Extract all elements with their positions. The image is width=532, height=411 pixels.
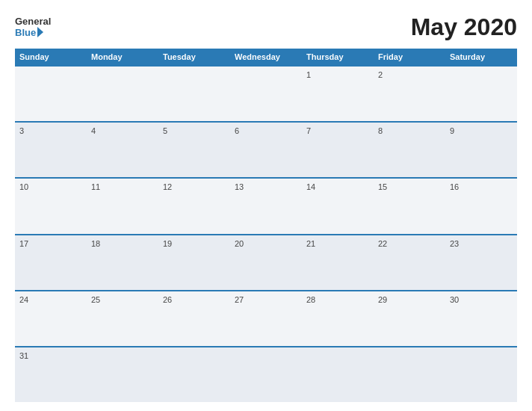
day-number: 14 (306, 182, 315, 191)
day-headers-row: SundayMondayTuesdayWednesdayThursdayFrid… (15, 49, 517, 65)
day-cell: 26 (158, 291, 230, 346)
day-number: 19 (163, 239, 172, 248)
day-cell: 23 (445, 235, 517, 290)
day-cell: 11 (87, 179, 158, 233)
day-number: 15 (378, 182, 387, 191)
day-cell: 25 (87, 291, 158, 346)
calendar-page: General Blue May 2020 SundayMondayTuesda… (0, 0, 532, 411)
day-cell: 22 (374, 235, 445, 290)
day-header-sunday: Sunday (15, 49, 87, 65)
day-number: 25 (91, 295, 100, 304)
logo-triangle-icon (37, 27, 43, 37)
day-cell: 31 (15, 347, 87, 402)
day-header-wednesday: Wednesday (230, 49, 302, 65)
day-number: 12 (163, 182, 172, 191)
day-number: 10 (19, 182, 28, 191)
day-cell: 19 (158, 235, 230, 290)
day-number: 1 (306, 70, 311, 79)
day-cell: 6 (230, 123, 302, 177)
day-number: 29 (378, 295, 387, 304)
day-cell (230, 67, 302, 121)
day-number: 26 (163, 295, 172, 304)
day-cell (230, 347, 302, 402)
day-cell: 28 (302, 291, 374, 346)
day-number: 5 (163, 126, 167, 135)
day-number: 28 (306, 295, 315, 304)
week-row-1: 12 (15, 65, 517, 121)
day-cell: 8 (374, 123, 445, 177)
day-number: 8 (378, 126, 383, 135)
day-cell: 17 (15, 235, 87, 290)
day-cell (87, 67, 158, 121)
calendar: SundayMondayTuesdayWednesdayThursdayFrid… (15, 49, 517, 402)
day-cell: 10 (15, 179, 87, 233)
day-number: 4 (91, 126, 96, 135)
header: General Blue May 2020 (15, 13, 517, 41)
week-row-4: 17181920212223 (15, 234, 517, 290)
day-cell (374, 347, 445, 402)
day-header-friday: Friday (374, 49, 445, 65)
day-header-monday: Monday (87, 49, 158, 65)
day-number: 9 (450, 126, 454, 135)
day-header-saturday: Saturday (445, 49, 517, 65)
day-number: 17 (19, 239, 28, 248)
day-cell: 1 (302, 67, 374, 121)
day-number: 16 (450, 182, 459, 191)
day-cell: 9 (445, 123, 517, 177)
day-header-tuesday: Tuesday (158, 49, 230, 65)
day-number: 21 (306, 239, 315, 248)
day-cell (445, 67, 517, 121)
day-cell: 5 (158, 123, 230, 177)
day-number: 13 (235, 182, 244, 191)
day-cell (158, 67, 230, 121)
logo: General Blue (15, 16, 51, 38)
day-cell: 2 (374, 67, 445, 121)
logo-general-text: General (15, 16, 51, 27)
day-cell: 16 (445, 179, 517, 233)
day-cell (87, 347, 158, 402)
calendar-body: 1234567891011121314151617181920212223242… (15, 65, 517, 402)
day-cell: 21 (302, 235, 374, 290)
day-number: 18 (91, 239, 100, 248)
week-row-2: 3456789 (15, 121, 517, 177)
logo-blue-text: Blue (15, 28, 51, 38)
day-header-thursday: Thursday (302, 49, 374, 65)
day-number: 3 (19, 126, 24, 135)
day-number: 11 (91, 182, 100, 191)
day-cell: 20 (230, 235, 302, 290)
day-number: 30 (450, 295, 459, 304)
week-row-5: 24252627282930 (15, 290, 517, 346)
day-number: 20 (235, 239, 244, 248)
day-number: 23 (450, 239, 459, 248)
week-row-3: 10111213141516 (15, 177, 517, 233)
day-cell (302, 347, 374, 402)
day-number: 24 (19, 295, 28, 304)
calendar-title: May 2020 (411, 13, 517, 41)
day-number: 7 (306, 126, 311, 135)
day-number: 6 (235, 126, 239, 135)
day-number: 2 (378, 70, 383, 79)
day-cell (445, 347, 517, 402)
day-cell (15, 67, 87, 121)
day-cell: 18 (87, 235, 158, 290)
week-row-6: 31 (15, 346, 517, 402)
day-cell: 27 (230, 291, 302, 346)
day-number: 31 (19, 351, 28, 360)
day-cell: 24 (15, 291, 87, 346)
day-cell (158, 347, 230, 402)
day-cell: 29 (374, 291, 445, 346)
day-number: 22 (378, 239, 387, 248)
day-cell: 3 (15, 123, 87, 177)
day-cell: 7 (302, 123, 374, 177)
day-cell: 4 (87, 123, 158, 177)
day-cell: 15 (374, 179, 445, 233)
day-number: 27 (235, 295, 244, 304)
day-cell: 30 (445, 291, 517, 346)
day-cell: 13 (230, 179, 302, 233)
day-cell: 14 (302, 179, 374, 233)
day-cell: 12 (158, 179, 230, 233)
